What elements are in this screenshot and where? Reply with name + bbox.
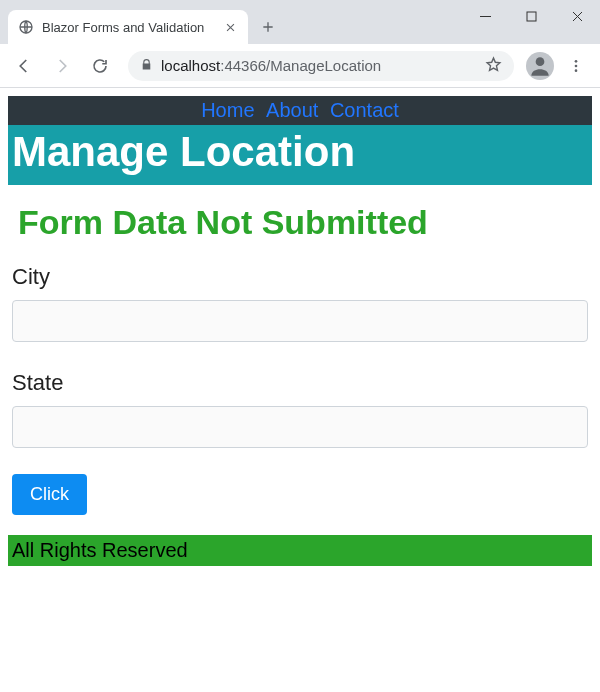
form-area: Form Data Not Submitted City State Click xyxy=(8,185,592,535)
browser-tab[interactable]: Blazor Forms and Validation xyxy=(8,10,248,44)
tab-title: Blazor Forms and Validation xyxy=(42,20,214,35)
minimize-button[interactable] xyxy=(462,0,508,32)
close-tab-icon[interactable] xyxy=(222,19,238,35)
reload-button[interactable] xyxy=(84,50,116,82)
bookmark-star-icon[interactable] xyxy=(485,56,502,76)
close-window-button[interactable] xyxy=(554,0,600,32)
nav-link-home[interactable]: Home xyxy=(201,99,254,121)
svg-point-5 xyxy=(575,69,578,72)
browser-chrome: Blazor Forms and Validation xyxy=(0,0,600,88)
url-text: localhost:44366/ManageLocation xyxy=(161,57,381,74)
svg-point-2 xyxy=(536,57,545,66)
url-port: 44366 xyxy=(224,57,266,74)
nav-link-about[interactable]: About xyxy=(266,99,318,121)
kebab-menu-icon[interactable] xyxy=(560,50,592,82)
browser-toolbar: localhost:44366/ManageLocation xyxy=(0,44,600,88)
lock-icon xyxy=(140,57,153,74)
back-button[interactable] xyxy=(8,50,40,82)
url-host: localhost xyxy=(161,57,220,74)
footer: All Rights Reserved xyxy=(8,535,592,566)
page-viewport: Home About Contact Manage Location Form … xyxy=(0,88,600,574)
status-message: Form Data Not Submitted xyxy=(12,195,588,258)
svg-point-4 xyxy=(575,64,578,67)
nav-link-contact[interactable]: Contact xyxy=(330,99,399,121)
svg-rect-1 xyxy=(527,12,536,21)
submit-button[interactable]: Click xyxy=(12,474,87,515)
forward-button[interactable] xyxy=(46,50,78,82)
state-label: State xyxy=(12,370,588,396)
globe-icon xyxy=(18,19,34,35)
site-nav: Home About Contact xyxy=(8,96,592,125)
page-title: Manage Location xyxy=(8,125,592,185)
city-label: City xyxy=(12,264,588,290)
titlebar: Blazor Forms and Validation xyxy=(0,0,600,44)
url-path: /ManageLocation xyxy=(266,57,381,74)
window-controls xyxy=(462,0,600,32)
tab-strip: Blazor Forms and Validation xyxy=(0,0,282,44)
profile-avatar[interactable] xyxy=(526,52,554,80)
state-input[interactable] xyxy=(12,406,588,448)
new-tab-button[interactable] xyxy=(254,13,282,41)
maximize-button[interactable] xyxy=(508,0,554,32)
city-input[interactable] xyxy=(12,300,588,342)
svg-point-3 xyxy=(575,60,578,63)
address-bar[interactable]: localhost:44366/ManageLocation xyxy=(128,51,514,81)
